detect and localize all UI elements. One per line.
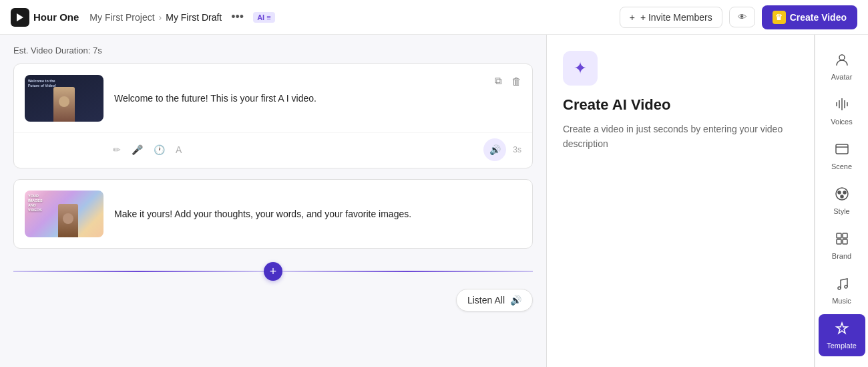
svg-point-1: [839, 55, 845, 60]
logo-text: Hour One: [33, 11, 79, 23]
sidebar-item-voices[interactable]: Voices: [819, 90, 865, 132]
breadcrumb-project[interactable]: My First Project: [89, 12, 154, 23]
crown-icon: ♛: [773, 11, 786, 24]
listen-all-label: Listen All: [467, 295, 505, 305]
sidebar-item-avatar[interactable]: Avatar: [819, 45, 865, 88]
main-content: Est. Video Duration: 7s ⧉ 🗑 Welcome to t…: [0, 35, 868, 367]
scene1-inner: Welcome to theFuture of Video! Welcome t…: [14, 64, 532, 132]
thumb2-head: [63, 213, 73, 224]
duration-bar: Est. Video Duration: 7s: [0, 45, 546, 64]
font-icon[interactable]: A: [176, 144, 182, 155]
breadcrumb: My First Project › My First Draft: [89, 12, 222, 23]
svg-point-11: [838, 287, 841, 289]
invite-icon: +: [630, 12, 635, 23]
create-video-button[interactable]: ♛ Create Video: [762, 5, 857, 29]
add-scene-line: [13, 271, 264, 272]
avatar-label: Avatar: [831, 73, 853, 81]
logo: Hour One: [11, 8, 79, 27]
music-label: Music: [832, 297, 851, 305]
thumb2-overlay-text: YOURIMAGESANDVIDEOS: [28, 194, 43, 213]
invite-members-button[interactable]: + + Invite Members: [620, 7, 722, 28]
svg-point-4: [838, 191, 841, 194]
topnav: Hour One My First Project › My First Dra…: [0, 0, 868, 35]
scene1-audio-controls: 🔊 3s: [483, 138, 521, 161]
sidebar-item-coins[interactable]: Co New: [819, 359, 865, 367]
breadcrumb-separator: ›: [159, 12, 162, 23]
sidebar-item-template[interactable]: Template: [819, 314, 865, 356]
scene2-thumbnail[interactable]: YOURIMAGESANDVIDEOS: [25, 191, 103, 237]
volume-icon: 🔊: [489, 144, 501, 155]
scene-icon: [835, 142, 849, 160]
svg-rect-10: [843, 239, 847, 244]
thumb1-head: [59, 96, 69, 107]
sidebar-item-style[interactable]: Style: [819, 180, 865, 222]
topnav-left: Hour One My First Project › My First Dra…: [11, 7, 275, 27]
scene2-inner: YOURIMAGESANDVIDEOS Make it yours! Add y…: [14, 180, 532, 248]
topnav-right: + + Invite Members 👁 ♛ Create Video: [620, 5, 857, 29]
style-label: Style: [833, 207, 849, 215]
svg-point-12: [845, 285, 847, 288]
clock-icon[interactable]: 🕐: [154, 144, 165, 155]
scene-card-1: ⧉ 🗑 Welcome to theFuture of Video! Welco…: [13, 64, 533, 168]
ai-badge: AI ≡: [253, 12, 274, 23]
microphone-icon[interactable]: 🎤: [132, 144, 143, 155]
listen-all-container: Listen All 🔊: [0, 283, 546, 317]
breadcrumb-current: My First Draft: [166, 12, 222, 23]
sidebar-item-music[interactable]: Music: [819, 269, 865, 312]
sidebar-item-scene[interactable]: Scene: [819, 135, 865, 177]
scene1-tools: ✏ 🎤 🕐 A: [113, 144, 182, 155]
more-options-button[interactable]: •••: [227, 7, 248, 27]
create-video-label: Create Video: [790, 12, 847, 23]
create-ai-video-pane: ✦ Create AI Video Create a video in just…: [547, 35, 814, 367]
svg-rect-9: [837, 239, 841, 244]
create-pane-icon: ✦: [563, 51, 598, 86]
svg-point-5: [843, 191, 846, 194]
invite-label: + Invite Members: [640, 12, 712, 23]
sparkle-icon: ✦: [574, 59, 587, 78]
sidebar-item-brand[interactable]: Brand: [819, 225, 865, 267]
template-icon: [835, 321, 849, 339]
scene2-text[interactable]: Make it yours! Add your thoughts, your w…: [114, 207, 521, 221]
style-icon: [835, 187, 849, 205]
template-label: Template: [827, 342, 857, 350]
listen-all-button[interactable]: Listen All 🔊: [456, 289, 533, 312]
preview-button[interactable]: 👁: [729, 7, 755, 27]
music-icon: [835, 276, 849, 294]
logo-icon: [11, 8, 29, 27]
svg-rect-2: [836, 144, 848, 154]
duration-label: Est. Video Duration: 7s: [13, 45, 102, 55]
scene1-text-area: Welcome to the future! This is your firs…: [114, 75, 521, 122]
svg-point-6: [841, 195, 843, 198]
scene-label: Scene: [831, 162, 852, 170]
scene1-audio-button[interactable]: 🔊: [483, 138, 506, 161]
add-scene-line-right: [282, 271, 533, 272]
voices-label: Voices: [831, 118, 852, 126]
add-scene-button[interactable]: +: [264, 262, 282, 281]
brand-label: Brand: [832, 252, 851, 260]
brand-icon: [835, 231, 849, 249]
scene1-thumbnail[interactable]: Welcome to theFuture of Video!: [25, 75, 103, 122]
listen-all-icon: 🔊: [510, 295, 521, 305]
eye-icon: 👁: [738, 12, 746, 22]
svg-rect-7: [837, 233, 841, 238]
avatar-icon: [835, 52, 849, 70]
thumb1-overlay-text: Welcome to theFuture of Video!: [28, 79, 56, 88]
scene1-toolbar: ✏ 🎤 🕐 A 🔊 3s: [14, 132, 532, 168]
scene1-duration: 3s: [513, 145, 521, 154]
svg-marker-0: [17, 13, 23, 21]
edit-icon[interactable]: ✏: [113, 144, 121, 155]
create-pane-description: Create a video in just seconds by enteri…: [563, 122, 798, 152]
scene1-delete-button[interactable]: 🗑: [509, 72, 524, 90]
svg-rect-8: [843, 233, 847, 238]
voices-icon: [835, 97, 849, 115]
scene1-top-actions: ⧉ 🗑: [492, 72, 524, 90]
scene1-copy-button[interactable]: ⧉: [492, 72, 505, 90]
right-sidebar: Avatar Voices Scene Style Brand: [815, 35, 868, 367]
scene1-text[interactable]: Welcome to the future! This is your firs…: [114, 92, 521, 106]
scene-card-2: YOURIMAGESANDVIDEOS Make it yours! Add y…: [13, 179, 533, 249]
add-scene-container: +: [0, 259, 546, 283]
scene2-text-area: Make it yours! Add your thoughts, your w…: [114, 191, 521, 237]
create-pane-title: Create AI Video: [563, 96, 798, 114]
editor-pane: Est. Video Duration: 7s ⧉ 🗑 Welcome to t…: [0, 35, 546, 367]
